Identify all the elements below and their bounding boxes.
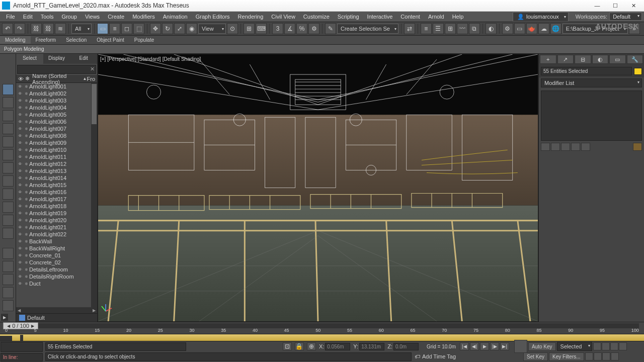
freeze-icon[interactable]: ❄ (23, 253, 29, 258)
list-item[interactable]: 👁❄ArnoldLight006 (16, 118, 97, 125)
trackbar-key[interactable] (20, 335, 23, 341)
freeze-icon[interactable]: ❄ (23, 84, 29, 89)
viewport-label[interactable]: [+] [Perspective] [Standard] [Default Sh… (100, 56, 201, 62)
undo-button[interactable]: ↶ (2, 23, 13, 34)
display-lights-button[interactable] (3, 123, 14, 134)
list-item[interactable]: 👁❄Concrete_02 (16, 259, 97, 266)
freeze-icon[interactable]: ❄ (23, 162, 29, 166)
modify-panel-tab[interactable]: ↗ (557, 55, 574, 64)
visibility-icon[interactable]: 👁 (17, 267, 23, 272)
freeze-icon[interactable]: ❄ (23, 267, 29, 272)
list-item[interactable]: 👁❄ArnoldLight014 (16, 174, 97, 182)
visibility-icon[interactable]: 👁 (17, 282, 23, 286)
list-item[interactable]: 👁❄ArnoldLight020 (16, 217, 97, 224)
visibility-icon[interactable]: 👁 (17, 141, 23, 145)
list-item[interactable]: 👁❄ArnoldLight004 (16, 104, 97, 111)
outliner-scrollbar[interactable] (91, 83, 97, 307)
set-key-button[interactable]: Set Key (523, 352, 548, 361)
freeze-icon[interactable]: ❄ (23, 197, 29, 202)
selection-lock-button[interactable]: ⊡ (283, 342, 292, 350)
list-item[interactable]: 👁❄ArnoldLight009 (16, 139, 97, 146)
track-bar[interactable] (0, 334, 644, 341)
close-button[interactable]: ✕ (625, 1, 642, 11)
freeze-icon[interactable]: ❄ (23, 282, 29, 286)
freeze-icon[interactable]: ❄ (23, 176, 29, 180)
select-object-button[interactable]: ▭ (97, 23, 108, 34)
list-item[interactable]: 👁❄ArnoldLight010 (16, 146, 97, 153)
auto-key-button[interactable]: Auto Key (528, 342, 556, 351)
visibility-icon[interactable]: 👁 (17, 127, 23, 131)
display-bone-button[interactable] (3, 202, 14, 213)
maxscript-mini-listener[interactable] (1, 342, 43, 352)
list-item[interactable]: 👁❄Concrete_01 (16, 252, 97, 259)
display-geometry-button[interactable] (3, 97, 14, 108)
selection-filter-dropdown[interactable]: All (71, 24, 92, 34)
list-item[interactable]: 👁❄ArnoldLight011 (16, 153, 97, 160)
list-item[interactable]: 👁❄DetailsRightRoom (16, 273, 97, 280)
menu-civilview[interactable]: Civil View (267, 13, 299, 21)
visibility-icon[interactable]: 👁 (17, 218, 23, 223)
unlink-button[interactable]: ⛓ (43, 23, 54, 34)
manipulate-button[interactable]: ⊞ (244, 23, 255, 34)
mirror-button[interactable]: ⇄ (404, 23, 415, 34)
menu-content[interactable]: Content (396, 13, 424, 21)
list-item[interactable]: 👁❄ArnoldLight021 (16, 224, 97, 231)
freeze-column-header[interactable]: ❄ (25, 75, 32, 82)
frozen-column-header[interactable]: Fro (87, 76, 96, 82)
outliner-tab-edit[interactable]: Edit (70, 54, 97, 64)
menu-create[interactable]: Create (104, 13, 128, 21)
pivot-button[interactable]: ⊙ (227, 23, 238, 34)
freeze-icon[interactable]: ❄ (23, 169, 29, 173)
freeze-icon[interactable]: ❄ (23, 99, 29, 103)
prev-frame-button[interactable]: ◀| (470, 342, 479, 350)
freeze-icon[interactable]: ❄ (23, 232, 29, 237)
menu-help[interactable]: Help (448, 13, 468, 21)
remove-modifier-button[interactable] (571, 143, 580, 151)
y-coord-field[interactable]: 13.131m (359, 343, 384, 350)
render-in-cloud-button[interactable]: ☁ (538, 23, 549, 34)
ribbon-tab-populate[interactable]: Populate (129, 36, 159, 44)
freeze-icon[interactable]: ❄ (23, 260, 29, 265)
visibility-icon[interactable]: 👁 (17, 232, 23, 237)
nav-pan-button[interactable] (594, 352, 602, 360)
freeze-icon[interactable]: ❄ (23, 134, 29, 138)
selection-name-field[interactable]: 55 Entities Selected (541, 67, 632, 75)
keyboard-shortcut-button[interactable]: ⌨ (256, 23, 267, 34)
list-item[interactable]: 👁❄BackWall (16, 238, 97, 245)
menu-file[interactable]: File (2, 13, 19, 21)
rotate-button[interactable]: ↻ (162, 23, 173, 34)
material-editor-button[interactable]: ◐ (486, 23, 497, 34)
percent-snap-button[interactable]: % (296, 23, 307, 34)
list-item[interactable]: 👁❄ArnoldLight016 (16, 189, 97, 196)
schematic-view-button[interactable]: ⧉ (469, 23, 480, 34)
configure-sets-button[interactable] (581, 143, 590, 151)
render-frame-button[interactable]: ▭ (514, 23, 525, 34)
play-button[interactable]: ▶ (480, 342, 489, 350)
menu-arnold[interactable]: Arnold (424, 13, 448, 21)
sort-button-3[interactable] (3, 274, 14, 285)
list-item[interactable]: 👁❄DetailsLeftroom (16, 266, 97, 273)
render-setup-button[interactable]: ⚙ (502, 23, 513, 34)
create-panel-tab[interactable]: + (540, 55, 556, 64)
align-button[interactable]: ≡ (421, 23, 432, 34)
placement-button[interactable]: ◉ (186, 23, 197, 34)
nav-zoom-extents-button[interactable] (610, 342, 618, 350)
freeze-icon[interactable]: ❄ (23, 127, 29, 131)
nav-zoom-all-button[interactable] (602, 342, 610, 350)
freeze-icon[interactable]: ❄ (23, 120, 29, 124)
named-selection-dropdown[interactable]: Create Selection Se (337, 24, 398, 34)
visibility-icon[interactable]: 👁 (17, 134, 23, 138)
maximize-button[interactable]: ☐ (607, 1, 624, 11)
menu-grapheditors[interactable]: Graph Editors (192, 13, 234, 21)
goto-start-button[interactable]: |◀ (460, 342, 469, 350)
list-item[interactable]: 👁❄Duct (16, 280, 97, 287)
nav-fov-button[interactable] (585, 352, 593, 360)
list-item[interactable]: 👁❄ArnoldLight005 (16, 111, 97, 118)
display-cameras-button[interactable] (3, 136, 14, 147)
clear-search-button[interactable]: ✕ (90, 66, 95, 72)
list-item[interactable]: 👁❄ArnoldLight007 (16, 125, 97, 132)
freeze-icon[interactable]: ❄ (23, 190, 29, 195)
time-config-button[interactable] (509, 352, 522, 360)
sort-button-4[interactable] (3, 287, 14, 298)
visibility-icon[interactable]: 👁 (17, 148, 23, 152)
